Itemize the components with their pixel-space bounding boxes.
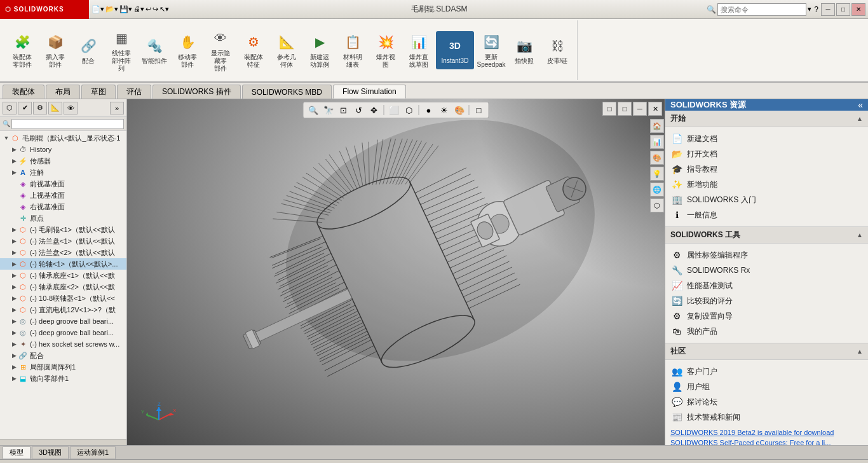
display-manager-btn[interactable]: 👁 — [64, 102, 78, 114]
mirror-expand[interactable]: ▶ — [10, 375, 18, 382]
dim-xpert-btn[interactable]: 📐 — [48, 102, 62, 114]
cmd-assy-feature[interactable]: ⚙ 装配体特征 — [238, 31, 269, 70]
cmd-motion-study[interactable]: ▶ 新建运动算例 — [304, 31, 336, 70]
rp-open-doc[interactable]: 📂 打开文档 — [670, 146, 863, 162]
tree-item-sensor[interactable]: ▶ ⚡ 传感器 — [0, 155, 126, 167]
tree-item-brush[interactable]: ▶ ⬡ (-) 毛刷辊<1>（默认<<默认 — [0, 224, 126, 235]
tree-item-bearing1[interactable]: ▶ ◎ (-) deep groove ball beari... — [0, 315, 126, 327]
rp-compare[interactable]: 🔄 比较我的评分 — [670, 293, 863, 308]
cmd-ref-geometry[interactable]: 📐 参考几何体 — [271, 31, 302, 70]
select-btn[interactable]: ↖▾ — [159, 5, 169, 13]
right-panel-collapse[interactable]: « — [858, 100, 863, 110]
tree-item-top-plane[interactable]: ◈ 上视基准面 — [0, 190, 126, 201]
rp-new-doc[interactable]: 📄 新建文档 — [670, 131, 863, 146]
cmd-insert-parts[interactable]: 📦 插入零部件 — [39, 31, 71, 70]
btab-motion-study[interactable]: 运动算例1 — [70, 446, 116, 459]
rp-sw-intro[interactable]: 🏢 SOLIDWORKS 入门 — [670, 192, 863, 207]
rp-section-start-header[interactable]: 开始 ▲ — [665, 111, 868, 127]
rp-copy-settings[interactable]: ⚙ 复制设置向导 — [670, 308, 863, 324]
open-btn[interactable]: 📂▾ — [105, 5, 118, 13]
tree-item-origin[interactable]: ✛ 原点 — [0, 212, 126, 224]
tree-item-flange1[interactable]: ▶ ⬡ (-) 法兰盘<1>（默认<<默认 — [0, 235, 126, 247]
tree-item-bearing2[interactable]: ▶ ◎ (-) deep groove ball beari... — [0, 327, 126, 338]
rp-link-2[interactable]: SOLIDWORKS Self-Paced eCourses: Free for… — [670, 438, 863, 445]
tree-filter-input[interactable] — [11, 119, 124, 129]
cmd-belt-chain[interactable]: ⛓ 皮带/链 — [541, 31, 573, 69]
tab-flow-simulation[interactable]: Flow Simulation — [333, 85, 406, 99]
hide-view-btn[interactable]: □ — [472, 104, 486, 116]
cmd-instant3d[interactable]: 3D Instant3D — [436, 31, 474, 69]
strip-home-btn[interactable]: 🏠 — [650, 119, 664, 133]
cmd-pattern[interactable]: ▦ 线性零部件阵列 — [105, 27, 137, 74]
rp-section-tools-header[interactable]: SOLIDWORKS 工具 ▲ — [665, 227, 868, 244]
strip-color-btn[interactable]: 🎨 — [650, 151, 664, 165]
left-scrollbar[interactable] — [0, 439, 126, 445]
tab-sw-plugins[interactable]: SOLIDWORKS 插件 — [153, 85, 241, 99]
tree-root[interactable]: ▼ ⬡ 毛刷辊（默认<默认_显示状态-1 — [0, 132, 126, 144]
sensor-expand[interactable]: ▶ — [10, 158, 18, 164]
btab-3d-view[interactable]: 3D视图 — [32, 446, 69, 459]
bearing-seat1-expand[interactable]: ▶ — [10, 272, 18, 279]
section-view-btn[interactable]: ⬜ — [387, 104, 401, 116]
search-input[interactable] — [717, 3, 806, 16]
view-orient-btn[interactable]: ⬡ — [402, 104, 416, 116]
strip-light-btn[interactable]: 💡 — [650, 167, 664, 181]
rp-my-products[interactable]: 🛍 我的产品 — [670, 324, 863, 339]
tree-item-mirror[interactable]: ▶ ⬓ 镜向零部件1 — [0, 373, 126, 384]
tree-item-flange2[interactable]: ▶ ⬡ (-) 法兰盘<2>（默认<<默认 — [0, 247, 126, 258]
rp-prop-editor[interactable]: ⚙ 属性标签编辑程序 — [670, 247, 863, 263]
cmd-explode-lines[interactable]: 📊 爆炸直线草图 — [403, 31, 435, 70]
screws-expand[interactable]: ▶ — [10, 341, 18, 347]
tab-evaluate[interactable]: 评估 — [117, 85, 151, 99]
help-btn[interactable]: ? — [814, 5, 818, 14]
close-btn[interactable]: ✕ — [851, 3, 865, 16]
minimize-btn[interactable]: ─ — [821, 3, 835, 16]
btab-model[interactable]: 模型 — [3, 446, 31, 459]
tab-assembly[interactable]: 装配体 — [3, 85, 44, 99]
tree-item-motor[interactable]: ▶ ⬡ (-) 直流电机12V<1>->?（默 — [0, 304, 126, 315]
motor-expand[interactable]: ▶ — [10, 307, 18, 313]
brush-expand[interactable]: ▶ — [10, 226, 18, 233]
print-btn[interactable]: 🖨▾ — [133, 5, 144, 13]
zoom-out-btn[interactable]: 🔭 — [322, 104, 336, 116]
strip-chart-btn[interactable]: 📊 — [650, 135, 664, 149]
cmd-assembly-parts[interactable]: 🧩 装配体零部件 — [6, 31, 38, 70]
save-btn[interactable]: 💾▾ — [119, 5, 132, 13]
annotation-expand[interactable]: ▶ — [10, 169, 18, 176]
rp-forum[interactable]: 💬 探讨论坛 — [670, 394, 863, 410]
rp-tutorial[interactable]: 🎓 指导教程 — [670, 162, 863, 177]
panel-expand-btn[interactable]: » — [110, 102, 124, 114]
bearing-seat2-expand[interactable]: ▶ — [10, 284, 18, 290]
tab-sw-mbd[interactable]: SOLIDWORKS MBD — [242, 85, 332, 99]
axle-expand[interactable]: ▶ — [10, 261, 18, 267]
history-expand[interactable]: ▶ — [10, 146, 18, 153]
rp-perf-benchmark[interactable]: 📈 性能基准测试 — [670, 278, 863, 293]
tree-item-history[interactable]: ▶ ⏱ History — [0, 144, 126, 155]
zoom-fit-btn[interactable]: ⊡ — [337, 104, 351, 116]
undo-btn[interactable]: ↩ — [146, 5, 151, 13]
tree-item-circular-pattern[interactable]: ▶ ⊞ 局部圆周阵列1 — [0, 361, 126, 373]
bearing1-expand[interactable]: ▶ — [10, 318, 18, 324]
tree-item-bearing-seat1[interactable]: ▶ ⬡ (-) 轴承底座<1>（默认<<默 — [0, 270, 126, 281]
new-btn[interactable]: 📄▾ — [92, 5, 104, 13]
tree-item-coupler[interactable]: ▶ ⬡ (-) 10-8联轴器<1>（默认<< — [0, 293, 126, 304]
cmd-bom[interactable]: 📋 材料明细表 — [337, 31, 369, 70]
bearing2-expand[interactable]: ▶ — [10, 329, 18, 336]
tree-item-bearing-seat2[interactable]: ▶ ⬡ (-) 轴承底座<2>（默认<<默 — [0, 281, 126, 293]
rp-sw-rx[interactable]: 🔧 SOLIDWORKS Rx — [670, 263, 863, 278]
rp-section-community-header[interactable]: 社区 ▲ — [665, 343, 868, 360]
cmd-mate[interactable]: 🔗 配合 — [72, 31, 104, 69]
scene-btn[interactable]: ☀ — [437, 104, 451, 116]
strip-mesh-btn[interactable]: ⬡ — [650, 198, 664, 212]
tree-item-mate[interactable]: ▶ 🔗 配合 — [0, 350, 126, 361]
redo-btn[interactable]: ↪ — [153, 5, 158, 13]
rp-link-1[interactable]: SOLIDWORKS 2019 Beta2 is available for d… — [670, 427, 863, 438]
flange2-expand[interactable]: ▶ — [10, 249, 18, 256]
corner-min-btn[interactable]: ─ — [633, 102, 647, 116]
tree-item-front-plane[interactable]: ◈ 前视基准面 — [0, 178, 126, 190]
pan-btn[interactable]: ✥ — [367, 104, 381, 116]
search-dropdown[interactable]: ▾ — [808, 5, 811, 13]
rp-user-group[interactable]: 👤 用户组 — [670, 379, 863, 394]
maximize-btn[interactable]: □ — [836, 3, 850, 16]
mate-tree-expand[interactable]: ▶ — [10, 352, 18, 359]
